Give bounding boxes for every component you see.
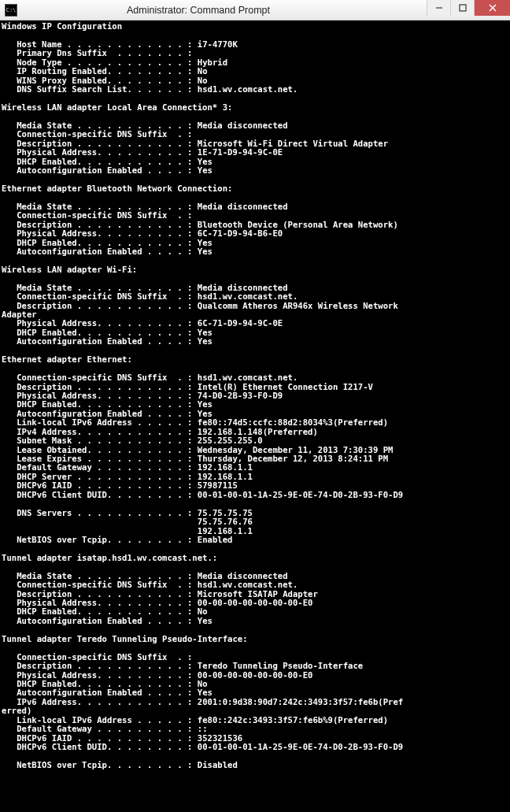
- ter-desc-value: Teredo Tunneling Pseudo-Interface: [198, 661, 363, 670]
- bt-auto-label: Autoconfiguration Enabled . . . . :: [2, 247, 198, 256]
- wifi-auto-label: Autoconfiguration Enabled . . . . :: [2, 336, 198, 346]
- ipconfig-header: Windows IP Configuration: [2, 21, 122, 31]
- ter-phys-label: Physical Address. . . . . . . . . :: [2, 670, 198, 680]
- window-title: Administrator: Command Prompt: [0, 5, 427, 16]
- close-button[interactable]: [474, 0, 510, 16]
- bt-dhcp-value: Yes: [198, 238, 213, 247]
- ip-routing-value: No: [198, 66, 208, 76]
- ter-duid-label: DHCPv6 Client DUID. . . . . . . . :: [2, 742, 198, 751]
- eth-auto-value: Yes: [198, 409, 213, 418]
- eth-dns-label: DNS Servers . . . . . . . . . . . :: [2, 508, 198, 517]
- eth-mask-value: 255.255.255.0: [198, 436, 263, 445]
- isa-dhcp-label: DHCP Enabled. . . . . . . . . . . :: [2, 606, 198, 616]
- maximize-button[interactable]: [450, 0, 474, 16]
- bt-desc-value: Bluetooth Device (Personal Area Network): [198, 220, 398, 229]
- dns-suffix-list-label: DNS Suffix Search List. . . . . . :: [2, 84, 198, 94]
- wifi-suffix-label: Connection-specific DNS Suffix . :: [2, 291, 198, 301]
- eth-lease-expires-label: Lease Expires . . . . . . . . . . :: [2, 454, 198, 463]
- isa-desc-value: Microsoft ISATAP Adapter: [198, 589, 318, 599]
- wifi-desc-cont: Adapter: [2, 310, 37, 319]
- bt-header: Ethernet adapter Bluetooth Network Conne…: [2, 184, 232, 193]
- isa-suffix-value: hsd1.wv.comcast.net.: [198, 580, 298, 589]
- eth-dhcp-label: DHCP Enabled. . . . . . . . . . . :: [2, 399, 198, 409]
- ter-ipv6-label: IPv6 Address. . . . . . . . . . . :: [2, 697, 198, 706]
- minimize-button[interactable]: [427, 0, 450, 16]
- eth-header: Ethernet adapter Ethernet:: [2, 354, 132, 364]
- host-name-label: Host Name . . . . . . . . . . . . :: [2, 39, 198, 49]
- wifi-phys-value: 6C-71-D9-94-9C-0E: [198, 318, 283, 328]
- terminal-output[interactable]: Windows IP Configuration Host Name . . .…: [0, 20, 510, 812]
- wlan3-media-value: Media disconnected: [198, 121, 288, 130]
- window-buttons: [427, 0, 510, 20]
- ter-dhcp-label: DHCP Enabled. . . . . . . . . . . :: [2, 679, 198, 688]
- bt-desc-label: Description . . . . . . . . . . . :: [2, 220, 198, 229]
- close-icon: [489, 4, 497, 12]
- ter-iaid-value: 352321536: [198, 733, 242, 743]
- ter-iaid-label: DHCPv6 IAID . . . . . . . . . . . :: [2, 733, 198, 743]
- wifi-desc-value: Qualcomm Atheros AR946x Wireless Network: [198, 301, 398, 310]
- isa-auto-label: Autoconfiguration Enabled . . . . :: [2, 616, 198, 625]
- ter-nbt-value: Disabled: [198, 760, 238, 769]
- eth-desc-label: Description . . . . . . . . . . . :: [2, 382, 198, 391]
- eth-nbt-value: Enabled: [198, 535, 233, 544]
- wlan3-dhcp-value: Yes: [198, 157, 213, 166]
- bt-phys-label: Physical Address. . . . . . . . . :: [2, 228, 198, 238]
- wifi-desc-label: Description . . . . . . . . . . . :: [2, 301, 198, 310]
- eth-suffix-value: hsd1.wv.comcast.net.: [198, 373, 298, 382]
- eth-dhcp-value: Yes: [198, 399, 213, 409]
- ter-auto-value: Yes: [198, 688, 213, 697]
- eth-dns1: 75.75.75.75: [198, 508, 253, 517]
- eth-nbt-label: NetBIOS over Tcpip. . . . . . . . :: [2, 535, 198, 544]
- eth-phys-label: Physical Address. . . . . . . . . :: [2, 391, 198, 400]
- wifi-header: Wireless LAN adapter Wi-Fi:: [2, 265, 137, 274]
- eth-gateway-value: 192.168.1.1: [198, 462, 253, 472]
- window-titlebar[interactable]: C:\ Administrator: Command Prompt: [0, 0, 510, 20]
- bt-suffix-label: Connection-specific DNS Suffix . :: [2, 210, 192, 220]
- bt-dhcp-label: DHCP Enabled. . . . . . . . . . . :: [2, 238, 198, 247]
- ter-desc-label: Description . . . . . . . . . . . :: [2, 661, 198, 670]
- eth-suffix-label: Connection-specific DNS Suffix . :: [2, 373, 198, 382]
- dns-suffix-list-value: hsd1.wv.comcast.net.: [198, 84, 298, 94]
- eth-lease-expires-value: Thursday, December 12, 2013 8:24:11 PM: [198, 454, 388, 463]
- eth-dns2: 75.75.76.76: [198, 517, 253, 526]
- eth-dhcp-server-label: DHCP Server . . . . . . . . . . . :: [2, 472, 198, 481]
- wifi-dhcp-label: DHCP Enabled. . . . . . . . . . . :: [2, 328, 198, 337]
- ter-gateway-value: ::: [198, 724, 208, 733]
- wifi-auto-value: Yes: [198, 336, 213, 346]
- wifi-phys-label: Physical Address. . . . . . . . . :: [2, 318, 198, 328]
- wlan3-desc-label: Description . . . . . . . . . . . :: [2, 139, 198, 148]
- wifi-media-label: Media State . . . . . . . . . . . :: [2, 283, 198, 292]
- ter-dhcp-value: No: [198, 679, 208, 688]
- ter-ipv6-value: 2001:0:9d38:90d7:242c:3493:3f57:fe6b(Pre…: [198, 697, 404, 706]
- isa-phys-value: 00-00-00-00-00-00-00-E0: [198, 598, 313, 607]
- eth-ll6-value: fe80::74d5:ccfc:88d2:8034%3(Preferred): [198, 417, 388, 427]
- ip-routing-label: IP Routing Enabled. . . . . . . . :: [2, 66, 198, 76]
- isa-media-label: Media State . . . . . . . . . . . :: [2, 571, 198, 580]
- ter-auto-label: Autoconfiguration Enabled . . . . :: [2, 688, 198, 697]
- eth-ipv4-value: 192.168.1.148(Preferred): [198, 427, 318, 436]
- primary-dns-label: Primary Dns Suffix . . . . . . . :: [2, 48, 192, 57]
- ter-suffix-label: Connection-specific DNS Suffix . :: [2, 652, 192, 662]
- eth-duid-value: 00-01-00-01-1A-25-9E-0E-74-D0-2B-93-F0-D…: [198, 490, 404, 499]
- wlan3-suffix-label: Connection-specific DNS Suffix . :: [2, 129, 192, 139]
- wlan3-media-label: Media State . . . . . . . . . . . :: [2, 121, 198, 130]
- wlan3-dhcp-label: DHCP Enabled. . . . . . . . . . . :: [2, 157, 198, 166]
- eth-iaid-label: DHCPv6 IAID . . . . . . . . . . . :: [2, 480, 198, 490]
- eth-dhcp-server-value: 192.168.1.1: [198, 472, 253, 481]
- eth-lease-obtained-label: Lease Obtained. . . . . . . . . . :: [2, 445, 198, 454]
- eth-ipv4-label: IPv4 Address. . . . . . . . . . . :: [2, 427, 198, 436]
- eth-ll6-label: Link-local IPv6 Address . . . . . :: [2, 417, 198, 427]
- minimize-icon: [435, 4, 443, 12]
- host-name-value: i7-4770K: [198, 39, 238, 49]
- node-type-label: Node Type . . . . . . . . . . . . :: [2, 57, 198, 67]
- wifi-dhcp-value: Yes: [198, 328, 213, 337]
- ter-gateway-label: Default Gateway . . . . . . . . . :: [2, 724, 198, 733]
- maximize-icon: [459, 4, 467, 12]
- ter-duid-value: 00-01-00-01-1A-25-9E-0E-74-D0-2B-93-F0-D…: [198, 742, 404, 751]
- wifi-suffix-value: hsd1.wv.comcast.net.: [198, 291, 298, 301]
- isa-auto-value: Yes: [198, 616, 213, 625]
- wins-proxy-value: No: [198, 76, 208, 85]
- isatap-header: Tunnel adapter isatap.hsd1.wv.comcast.ne…: [2, 553, 217, 562]
- eth-dns2-pad: [2, 517, 198, 526]
- wifi-media-value: Media disconnected: [198, 283, 288, 292]
